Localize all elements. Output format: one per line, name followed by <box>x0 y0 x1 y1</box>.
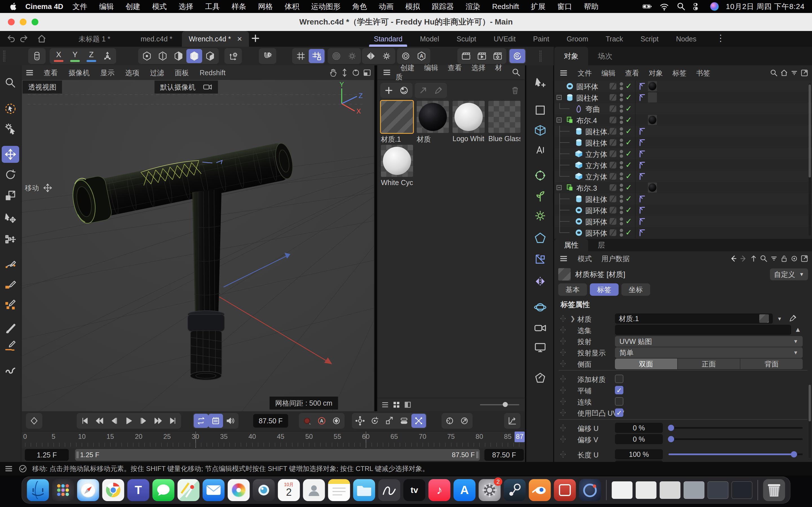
editor-render-dots[interactable] <box>620 172 623 180</box>
object-name[interactable]: 圆柱体 <box>576 93 598 103</box>
dock-app-teams[interactable]: T <box>128 479 149 501</box>
keyframe-diamond-icon[interactable] <box>560 436 566 443</box>
menubar-item[interactable]: 模式 <box>146 2 172 11</box>
object-name[interactable]: 圆环体 <box>585 217 607 227</box>
material-link-field[interactable]: 材质.1 <box>615 314 773 324</box>
current-frame-field[interactable]: 87.50 F <box>253 414 288 428</box>
visibility-toggle[interactable] <box>610 151 616 157</box>
minimized-window-thumbnail[interactable] <box>684 482 705 499</box>
dock-app-launchpad[interactable] <box>52 479 74 501</box>
spline-pen-tool[interactable] <box>2 256 19 273</box>
gear-icon[interactable] <box>378 49 395 63</box>
enabled-check-icon[interactable]: ✓ <box>625 194 632 203</box>
toggle-panel-icon[interactable] <box>363 68 371 77</box>
object-name[interactable]: 圆柱体 <box>585 138 607 148</box>
phong-tag-icon[interactable] <box>638 228 646 237</box>
table-row[interactable]: 弯曲✓ <box>554 103 812 114</box>
phong-tag-icon[interactable] <box>638 161 646 169</box>
material-hamburger-icon[interactable] <box>382 68 392 77</box>
visibility-toggle[interactable] <box>610 139 616 146</box>
object-manager-tab[interactable]: 对象 <box>554 47 588 65</box>
material-thumbnail[interactable] <box>417 101 449 133</box>
enabled-check-icon[interactable]: ✓ <box>625 126 632 136</box>
enabled-check-icon[interactable]: ✓ <box>625 205 632 215</box>
keyframe-diamond-icon[interactable] <box>560 451 566 458</box>
status-hamburger-icon[interactable] <box>4 464 13 473</box>
attribute-hamburger-icon[interactable] <box>559 254 568 263</box>
keyframe-diamond-icon[interactable] <box>560 349 566 356</box>
section-tab-基本[interactable]: 基本 <box>558 283 587 296</box>
camera-mode-icon[interactable] <box>531 319 549 337</box>
table-row[interactable]: 圆环体✓ <box>554 80 812 92</box>
keyframe-diamond-icon[interactable] <box>560 327 566 333</box>
viewport-menu-item[interactable]: 选项 <box>120 69 145 76</box>
hex-ring-icon[interactable] <box>398 49 414 63</box>
dock-app-music[interactable]: ♪ <box>428 479 451 501</box>
segment-option[interactable]: 背面 <box>741 358 803 369</box>
axis-lock-x[interactable]: X <box>50 49 67 63</box>
home-icon[interactable] <box>37 34 47 44</box>
autokey-button[interactable]: A <box>314 414 329 428</box>
hex-tex-icon[interactable] <box>202 49 218 63</box>
visibility-toggle[interactable] <box>610 229 616 236</box>
uv-mode-icon[interactable] <box>531 250 549 268</box>
gear-icon[interactable] <box>344 49 360 63</box>
menubar-item[interactable]: 渲染 <box>460 2 486 11</box>
zoom-window-button[interactable] <box>32 18 38 25</box>
visibility-toggle[interactable] <box>610 207 616 214</box>
editor-render-dots[interactable] <box>620 206 623 214</box>
table-row[interactable]: 圆环体✓ <box>554 227 812 238</box>
viewport-canvas[interactable]: 透视视图 默认摄像机 Y Z X 网格间距 : 500 cm 移动 <box>22 80 374 411</box>
collapse-icon[interactable]: − <box>557 117 562 122</box>
menubar-item[interactable]: 体积 <box>278 2 305 11</box>
app-name[interactable]: Cinema 4D <box>26 2 63 11</box>
undo-icon[interactable] <box>6 34 16 44</box>
tag-mode-icon[interactable] <box>531 369 549 386</box>
dock-app-apple-tv[interactable]: tv <box>403 479 425 501</box>
table-row[interactable]: −布尔.4✓ <box>554 114 812 126</box>
material-item[interactable]: Logo White <box>453 101 485 143</box>
editor-render-dots[interactable] <box>620 138 623 147</box>
visibility-toggle[interactable] <box>610 195 616 202</box>
wifi-icon[interactable] <box>659 2 669 11</box>
axis-move-tool[interactable] <box>2 231 19 248</box>
object-name[interactable]: 立方体 <box>585 161 607 171</box>
phong-tag-icon[interactable] <box>638 206 646 214</box>
material-tag-icon[interactable] <box>648 115 657 125</box>
make-editable-icon[interactable] <box>29 49 45 63</box>
table-row[interactable]: 圆柱体✓ <box>554 137 812 148</box>
object-name[interactable]: 圆环体 <box>585 228 607 238</box>
enabled-check-icon[interactable]: ✓ <box>625 81 632 91</box>
dock-app-notes[interactable] <box>328 479 350 501</box>
menubar-item[interactable]: 样条 <box>225 2 252 11</box>
symmetry-icon[interactable] <box>363 49 378 63</box>
menubar-item[interactable]: 动画 <box>373 2 399 11</box>
viewport-menu-item[interactable]: 显示 <box>95 69 120 76</box>
history-forward-icon[interactable] <box>739 255 748 263</box>
selection-field[interactable] <box>615 325 791 335</box>
sphere-field-icon[interactable] <box>531 298 549 316</box>
render-view-icon[interactable] <box>458 49 474 63</box>
object-name[interactable]: 圆柱体.3 <box>585 127 613 137</box>
key-selection-button[interactable] <box>329 414 344 428</box>
phong-tag-icon[interactable] <box>638 217 646 226</box>
material-thumbnail[interactable] <box>453 101 485 133</box>
slider-value-field[interactable]: 100 % <box>615 449 663 459</box>
dock-app-blender[interactable] <box>529 479 551 501</box>
dock-app-messages[interactable] <box>153 479 174 501</box>
layout-tab-paint[interactable]: Paint <box>524 31 558 47</box>
phong-tag-icon[interactable] <box>638 194 646 203</box>
loop-button[interactable] <box>194 414 208 428</box>
checkbox[interactable]: ✓ <box>615 408 623 417</box>
restrict-triangle-icon[interactable]: ▲ <box>795 326 801 334</box>
material-item[interactable]: 材质 <box>417 101 449 144</box>
material-menu-item[interactable]: 编辑 <box>419 64 443 71</box>
trash-icon[interactable] <box>763 479 785 501</box>
layout-overflow-menu-icon[interactable]: ⋮ <box>716 33 725 43</box>
slider-knob[interactable] <box>668 436 674 442</box>
visibility-toggle[interactable] <box>610 94 616 101</box>
expander-icon[interactable]: ❯ <box>570 315 575 323</box>
object-home-icon[interactable] <box>780 69 788 77</box>
attribute-detach-icon[interactable] <box>800 255 809 263</box>
enabled-check-icon[interactable]: ✓ <box>625 217 632 226</box>
